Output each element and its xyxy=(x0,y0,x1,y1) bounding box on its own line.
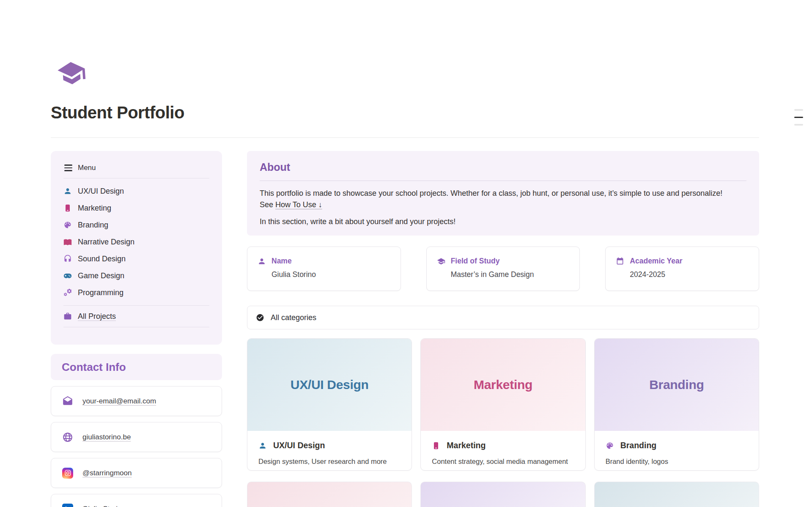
sidebar-item-label: Branding xyxy=(78,221,108,230)
field-value: Giulia Storino xyxy=(272,270,390,279)
contact-item-website[interactable]: giuliastorino.be xyxy=(51,422,222,452)
sidebar-item-label: Marketing xyxy=(78,204,111,213)
sidebar-item-label: Narrative Design xyxy=(78,238,134,247)
contact-link[interactable]: your-email@email.com xyxy=(82,397,156,406)
contact-link[interactable]: giuliastorino.be xyxy=(82,433,131,441)
contact-info-heading: Contact Info xyxy=(51,354,222,380)
sidebar-item-label: All Projects xyxy=(78,312,116,321)
sidebar-item-programming[interactable]: Programming xyxy=(63,284,209,301)
all-projects-section: All Projects xyxy=(63,305,209,327)
person-icon xyxy=(258,257,266,266)
academic-year-card: Academic Year 2024-2025 xyxy=(605,247,759,291)
banner-title: UX/UI Design xyxy=(291,378,369,392)
field-of-study-card: Field of Study Master’s in Game Design xyxy=(426,247,580,291)
category-description: Content strategy, social media managemen… xyxy=(432,458,574,466)
check-circle-icon xyxy=(256,313,264,322)
profile-info-row: Name Giulia Storino Field of Study Maste… xyxy=(247,247,759,291)
main-content: About This portfolio is made to showcase… xyxy=(247,151,759,507)
email-icon xyxy=(62,396,73,407)
banner-title: Marketing xyxy=(474,378,532,392)
palette-icon xyxy=(63,221,72,229)
page-title: Student Portfolio xyxy=(51,103,759,122)
field-value: 2024-2025 xyxy=(630,270,749,279)
outline-bar-active xyxy=(794,117,803,118)
contact-item-email[interactable]: your-email@email.com xyxy=(51,386,222,416)
smartphone-icon xyxy=(432,441,440,450)
palette-icon xyxy=(606,441,614,450)
contact-item-linkedin[interactable]: Giulia Storino xyxy=(51,494,222,507)
category-name: Branding xyxy=(620,441,657,450)
outline-bar xyxy=(794,109,803,111)
linkedin-icon xyxy=(62,504,73,507)
card-banner: Marketing xyxy=(421,339,585,431)
graduation-cap-icon xyxy=(437,257,445,266)
sidebar-item-sound-design[interactable]: Sound Design xyxy=(63,250,209,267)
field-label: Field of Study xyxy=(451,257,500,266)
graduation-cap-icon xyxy=(51,57,93,89)
hamburger-icon xyxy=(64,164,72,171)
category-card-uxui-design[interactable]: UX/UI Design UX/UI Design Design systems… xyxy=(247,338,412,471)
menu-label: Menu xyxy=(78,164,96,172)
sidebar: Menu UX/UI Design Marketing Branding xyxy=(51,151,222,507)
banner-title: Branding xyxy=(649,378,704,392)
category-description: Brand identity, logos xyxy=(606,458,748,466)
page-outline-indicator[interactable] xyxy=(794,109,803,126)
outline-bar xyxy=(794,124,803,126)
sidebar-item-label: Sound Design xyxy=(78,255,126,263)
smartphone-icon xyxy=(63,204,72,212)
divider xyxy=(260,181,746,181)
contact-link[interactable]: Giulia Storino xyxy=(82,505,126,507)
briefcase-icon xyxy=(63,312,72,321)
header-divider xyxy=(51,137,759,138)
menu-items: UX/UI Design Marketing Branding Narrativ… xyxy=(63,178,209,301)
calendar-icon xyxy=(616,257,624,266)
next-category-row-partial xyxy=(247,482,759,507)
instagram-icon xyxy=(62,468,73,479)
how-to-use-link[interactable]: How To Use ↓ xyxy=(275,200,322,209)
headphones-icon xyxy=(63,255,72,263)
category-name: UX/UI Design xyxy=(273,441,325,450)
category-card-branding[interactable]: Branding Branding Brand identity, logos xyxy=(594,338,759,471)
sidebar-item-narrative-design[interactable]: Narrative Design xyxy=(63,233,209,250)
person-icon xyxy=(63,187,72,195)
category-card-partial[interactable] xyxy=(247,482,412,507)
gamepad-icon xyxy=(63,271,72,280)
about-intro-text: This portfolio is made to showcase your … xyxy=(260,189,722,209)
sidebar-item-marketing[interactable]: Marketing xyxy=(63,200,209,217)
card-banner: Branding xyxy=(595,339,759,431)
field-label: Academic Year xyxy=(630,257,682,266)
about-paragraph: This portfolio is made to showcase your … xyxy=(260,188,733,211)
card-banner: UX/UI Design xyxy=(247,339,411,431)
sidebar-item-label: UX/UI Design xyxy=(78,187,124,196)
category-cards-row: UX/UI Design UX/UI Design Design systems… xyxy=(247,338,759,471)
contact-item-instagram[interactable]: @starringmoon xyxy=(51,458,222,488)
menu-header[interactable]: Menu xyxy=(63,162,209,178)
category-card-marketing[interactable]: Marketing Marketing Content strategy, so… xyxy=(420,338,585,471)
sidebar-item-label: Game Design xyxy=(78,271,124,280)
about-section: About This portfolio is made to showcase… xyxy=(247,151,759,236)
menu-card: Menu UX/UI Design Marketing Branding xyxy=(51,151,222,345)
gears-icon xyxy=(63,288,72,297)
field-value: Master’s in Game Design xyxy=(451,270,570,279)
globe-icon xyxy=(62,432,73,443)
category-card-partial[interactable] xyxy=(594,482,759,507)
sidebar-item-branding[interactable]: Branding xyxy=(63,217,209,233)
category-name: Marketing xyxy=(447,441,486,450)
sidebar-item-label: Programming xyxy=(78,288,123,297)
sidebar-item-game-design[interactable]: Game Design xyxy=(63,267,209,284)
about-second-paragraph: In this section, write a bit about yours… xyxy=(260,216,733,227)
category-filter-bar[interactable]: All categories xyxy=(247,306,759,329)
name-card: Name Giulia Storino xyxy=(247,247,401,291)
category-card-partial[interactable] xyxy=(420,482,585,507)
about-heading: About xyxy=(260,161,746,173)
person-icon xyxy=(258,441,267,450)
sidebar-item-uxui-design[interactable]: UX/UI Design xyxy=(63,183,209,200)
portfolio-page: Student Portfolio Menu UX/UI Design xyxy=(0,0,812,507)
open-book-icon xyxy=(63,238,72,246)
field-label: Name xyxy=(272,257,292,266)
filter-label: All categories xyxy=(271,313,316,322)
contact-link[interactable]: @starringmoon xyxy=(82,469,132,477)
sidebar-item-all-projects[interactable]: All Projects xyxy=(63,307,209,326)
category-description: Design systems, User research and more xyxy=(258,458,401,466)
